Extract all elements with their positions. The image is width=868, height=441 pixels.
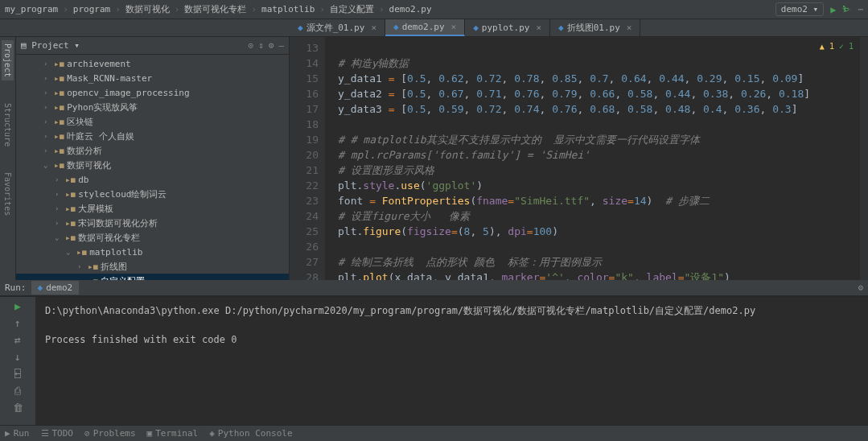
project-tree[interactable]: ▸◼archievement▸◼Mask_RCNN-master▸◼opencv… (16, 55, 289, 280)
inspection-widget[interactable]: ▲ 1 ✓ 1 (820, 42, 854, 51)
vertical-scrollbar[interactable] (860, 37, 868, 280)
toggle-icon[interactable]: ⇄ (14, 334, 21, 346)
run-button-icon[interactable]: ▶ (830, 4, 836, 15)
run-toolbar: ▶ ↑ ⇄ ↓ ⍇ ⎙ 🗑 (0, 297, 35, 425)
editor-tabs: ◆源文件_01.py ×◆demo2.py ×◆pyplot.py ×◆折线图0… (0, 19, 868, 37)
run-title: Run: (5, 282, 27, 293)
tree-node-7[interactable]: ▸◼数据可视化 (16, 158, 289, 172)
tree-node-5[interactable]: ▸◼叶庭云 个人自娱 (16, 129, 289, 143)
crumb-1[interactable]: program (73, 4, 110, 14)
status-pyconsole[interactable]: ◈ Python Console (209, 428, 292, 439)
status-run[interactable]: ▶ Run (5, 428, 30, 439)
project-panel-header: ▤ Project ▾ ⊙ ⇕ ⚙ — (16, 37, 289, 55)
tree-node-2[interactable]: ▸◼opencv_image_processing (16, 85, 289, 100)
export-icon[interactable]: ⍇ (14, 368, 21, 380)
tree-node-14[interactable]: ▸◼折线图 (16, 259, 289, 274)
project-panel-title: Project (31, 40, 68, 51)
editor-tab-3[interactable]: ◆折线图01.py × (550, 19, 640, 36)
code-area[interactable]: # 构造y轴数据 y_data1 = [0.5, 0.62, 0.72, 0.7… (325, 37, 860, 280)
run-output[interactable]: D:\python\Anaconda3\python.exe D:/python… (35, 297, 868, 425)
status-bar: ▶ Run ☰ TODO ⊘ Problems ▣ Terminal ◈ Pyt… (0, 425, 868, 441)
tree-node-6[interactable]: ▸◼数据分析 (16, 143, 289, 158)
settings-icon[interactable]: ⚙ (269, 40, 274, 51)
run-tab[interactable]: ◆demo2 (31, 281, 80, 295)
crumb-0[interactable]: my_program (5, 4, 58, 14)
editor-tab-1[interactable]: ◆demo2.py × (385, 19, 465, 36)
rerun-icon[interactable]: ▶ (14, 300, 21, 312)
breadcrumb[interactable]: my_program› program› 数据可视化› 数据可视化专栏› mat… (5, 3, 432, 15)
collapse-icon[interactable]: ⇕ (258, 40, 264, 51)
print-icon[interactable]: ⎙ (14, 385, 21, 397)
tree-node-3[interactable]: ▸◼Pyhon实现放风筝 (16, 100, 289, 114)
project-tool-tab[interactable]: Project (2, 40, 14, 80)
left-tool-strip: Project Structure Favorites (0, 37, 16, 280)
locate-icon[interactable]: ⊙ (249, 40, 254, 51)
line-gutter[interactable]: 13 14 15 16 17 18 19 20 21 22 23 24 25 2… (290, 37, 325, 280)
crumb-5[interactable]: 自定义配置 (330, 3, 374, 15)
trash-icon[interactable]: 🗑 (13, 402, 23, 414)
status-terminal[interactable]: ▣ Terminal (147, 428, 199, 439)
down-icon[interactable]: ↓ (14, 351, 21, 363)
crumb-3[interactable]: 数据可视化专栏 (184, 3, 246, 15)
tree-node-4[interactable]: ▸◼区块链 (16, 114, 289, 129)
tree-node-12[interactable]: ▸◼数据可视化专栏 (16, 230, 289, 245)
tree-node-13[interactable]: ▸◼matplotlib (16, 245, 289, 259)
tree-node-0[interactable]: ▸◼archievement (16, 56, 289, 71)
code-editor[interactable]: ▲ 1 ✓ 1 13 14 15 16 17 18 19 20 21 22 23… (290, 37, 868, 280)
crumb-2[interactable]: 数据可视化 (125, 3, 170, 15)
debug-icon[interactable]: ⛷ (842, 4, 851, 14)
editor-tab-0[interactable]: ◆源文件_01.py × (290, 19, 385, 36)
tree-node-8[interactable]: ▸◼db (16, 172, 289, 187)
breadcrumb-bar: my_program› program› 数据可视化› 数据可视化专栏› mat… (0, 0, 868, 19)
favorites-tool-tab[interactable]: Favorites (2, 169, 14, 219)
status-problems[interactable]: ⊘ Problems (84, 428, 136, 439)
editor-tab-2[interactable]: ◆pyplot.py × (465, 19, 550, 36)
run-settings-icon[interactable]: ⚙ (858, 282, 863, 293)
run-config-dropdown[interactable]: demo2 ▾ (775, 2, 824, 16)
tree-node-1[interactable]: ▸◼Mask_RCNN-master (16, 71, 289, 85)
run-panel-header: Run: ◆demo2 ⚙ (0, 280, 868, 296)
tree-node-11[interactable]: ▸◼宋词数据可视化分析 (16, 216, 289, 230)
run-panel-container: Run: ◆demo2 ⚙ ▶ ↑ ⇄ ↓ ⍇ ⎙ 🗑 D:\python\An… (0, 280, 868, 425)
tree-node-10[interactable]: ▸◼大屏模板 (16, 201, 289, 216)
structure-tool-tab[interactable]: Structure (2, 100, 14, 150)
more-icon[interactable]: ⋯ (858, 4, 863, 14)
status-todo[interactable]: ☰ TODO (41, 428, 74, 439)
stop-icon[interactable]: ↑ (14, 317, 21, 329)
crumb-4[interactable]: matplotlib (261, 4, 315, 14)
tree-node-15[interactable]: ▸◼自定义配置 (16, 274, 289, 280)
project-panel: ▤ Project ▾ ⊙ ⇕ ⚙ — ▸◼archievement▸◼Mask… (16, 37, 290, 280)
tree-node-9[interactable]: ▸◼stylecloud绘制词云 (16, 187, 289, 201)
hide-icon[interactable]: — (278, 40, 284, 51)
crumb-6[interactable]: demo2.py (389, 4, 432, 14)
